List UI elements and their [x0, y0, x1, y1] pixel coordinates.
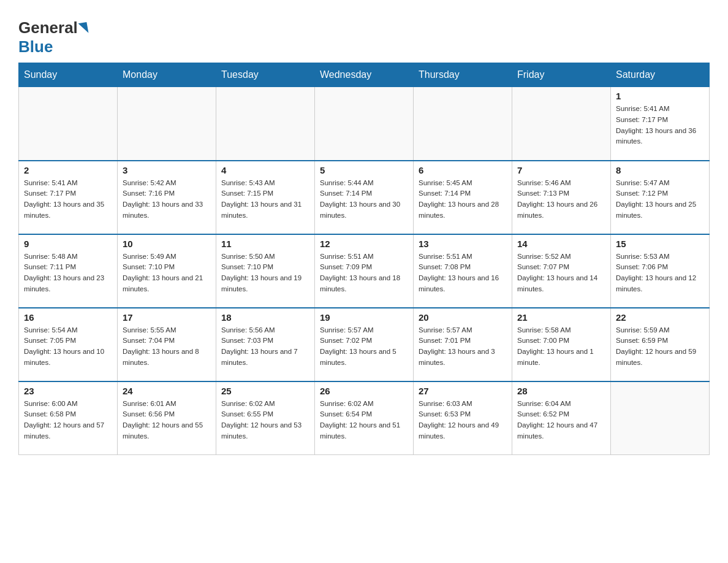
calendar-cell: 10Sunrise: 5:49 AMSunset: 7:10 PMDayligh… — [118, 234, 216, 308]
calendar-cell: 2Sunrise: 5:41 AMSunset: 7:17 PMDaylight… — [19, 161, 118, 234]
day-number: 2 — [24, 165, 112, 175]
calendar-cell: 23Sunrise: 6:00 AMSunset: 6:58 PMDayligh… — [19, 381, 118, 455]
logo-arrow-icon — [78, 21, 88, 34]
day-number: 19 — [320, 312, 408, 323]
page-header: General Blue — [18, 12, 710, 56]
column-header-thursday: Thursday — [414, 63, 512, 87]
calendar-cell: 28Sunrise: 6:04 AMSunset: 6:52 PMDayligh… — [512, 381, 611, 455]
calendar-cell: 26Sunrise: 6:02 AMSunset: 6:54 PMDayligh… — [315, 381, 414, 455]
calendar-cell: 19Sunrise: 5:57 AMSunset: 7:02 PMDayligh… — [315, 308, 414, 381]
day-info: Sunrise: 5:51 AMSunset: 7:08 PMDaylight:… — [419, 251, 507, 295]
day-info: Sunrise: 5:51 AMSunset: 7:09 PMDaylight:… — [320, 251, 408, 295]
calendar-cell — [414, 87, 512, 161]
day-info: Sunrise: 5:46 AMSunset: 7:13 PMDaylight:… — [517, 178, 605, 221]
day-number: 5 — [320, 165, 408, 175]
day-info: Sunrise: 5:50 AMSunset: 7:10 PMDaylight:… — [221, 251, 309, 295]
day-info: Sunrise: 5:56 AMSunset: 7:03 PMDaylight:… — [221, 325, 309, 369]
calendar-cell — [611, 381, 710, 455]
day-info: Sunrise: 5:58 AMSunset: 7:00 PMDaylight:… — [517, 325, 605, 369]
day-info: Sunrise: 5:44 AMSunset: 7:14 PMDaylight:… — [320, 178, 408, 221]
calendar-week-1: 1Sunrise: 5:41 AMSunset: 7:17 PMDaylight… — [19, 87, 710, 161]
day-info: Sunrise: 5:41 AMSunset: 7:17 PMDaylight:… — [616, 104, 704, 147]
day-info: Sunrise: 5:54 AMSunset: 7:05 PMDaylight:… — [24, 325, 112, 369]
day-number: 20 — [419, 312, 507, 323]
calendar-cell: 27Sunrise: 6:03 AMSunset: 6:53 PMDayligh… — [414, 381, 512, 455]
day-info: Sunrise: 5:57 AMSunset: 7:02 PMDaylight:… — [320, 325, 408, 369]
day-number: 8 — [616, 165, 704, 175]
column-header-wednesday: Wednesday — [315, 63, 414, 87]
column-header-monday: Monday — [118, 63, 216, 87]
calendar-cell: 24Sunrise: 6:01 AMSunset: 6:56 PMDayligh… — [118, 381, 216, 455]
logo: General Blue — [18, 18, 89, 56]
calendar-cell — [118, 87, 216, 161]
day-number: 13 — [419, 239, 507, 249]
day-number: 4 — [221, 165, 309, 175]
calendar-week-2: 2Sunrise: 5:41 AMSunset: 7:17 PMDaylight… — [19, 161, 710, 234]
day-number: 12 — [320, 239, 408, 249]
day-number: 10 — [123, 239, 211, 249]
calendar-cell: 11Sunrise: 5:50 AMSunset: 7:10 PMDayligh… — [216, 234, 315, 308]
calendar-cell: 21Sunrise: 5:58 AMSunset: 7:00 PMDayligh… — [512, 308, 611, 381]
day-info: Sunrise: 5:45 AMSunset: 7:14 PMDaylight:… — [419, 178, 507, 221]
calendar-week-5: 23Sunrise: 6:00 AMSunset: 6:58 PMDayligh… — [19, 381, 710, 455]
calendar-cell: 16Sunrise: 5:54 AMSunset: 7:05 PMDayligh… — [19, 308, 118, 381]
day-info: Sunrise: 5:42 AMSunset: 7:16 PMDaylight:… — [123, 178, 211, 221]
calendar-header-row: SundayMondayTuesdayWednesdayThursdayFrid… — [19, 63, 710, 87]
calendar-cell: 1Sunrise: 5:41 AMSunset: 7:17 PMDaylight… — [611, 87, 710, 161]
logo-general-text: General — [18, 18, 78, 37]
day-number: 14 — [517, 239, 605, 249]
calendar-cell: 6Sunrise: 5:45 AMSunset: 7:14 PMDaylight… — [414, 161, 512, 234]
day-number: 26 — [320, 386, 408, 396]
calendar-cell: 3Sunrise: 5:42 AMSunset: 7:16 PMDaylight… — [118, 161, 216, 234]
day-info: Sunrise: 5:59 AMSunset: 6:59 PMDaylight:… — [616, 325, 704, 369]
calendar-cell: 15Sunrise: 5:53 AMSunset: 7:06 PMDayligh… — [611, 234, 710, 308]
day-info: Sunrise: 6:02 AMSunset: 6:55 PMDaylight:… — [221, 399, 309, 442]
day-info: Sunrise: 6:00 AMSunset: 6:58 PMDaylight:… — [24, 399, 112, 442]
calendar-cell: 14Sunrise: 5:52 AMSunset: 7:07 PMDayligh… — [512, 234, 611, 308]
calendar-cell: 17Sunrise: 5:55 AMSunset: 7:04 PMDayligh… — [118, 308, 216, 381]
day-number: 11 — [221, 239, 309, 249]
day-number: 22 — [616, 312, 704, 323]
calendar-cell: 12Sunrise: 5:51 AMSunset: 7:09 PMDayligh… — [315, 234, 414, 308]
day-info: Sunrise: 5:57 AMSunset: 7:01 PMDaylight:… — [419, 325, 507, 369]
calendar-cell — [19, 87, 118, 161]
day-info: Sunrise: 5:47 AMSunset: 7:12 PMDaylight:… — [616, 178, 704, 221]
day-number: 24 — [123, 386, 211, 396]
calendar-cell: 18Sunrise: 5:56 AMSunset: 7:03 PMDayligh… — [216, 308, 315, 381]
calendar-cell: 25Sunrise: 6:02 AMSunset: 6:55 PMDayligh… — [216, 381, 315, 455]
day-number: 28 — [517, 386, 605, 396]
day-info: Sunrise: 5:52 AMSunset: 7:07 PMDaylight:… — [517, 251, 605, 295]
day-number: 23 — [24, 386, 112, 396]
day-info: Sunrise: 6:04 AMSunset: 6:52 PMDaylight:… — [517, 399, 605, 442]
calendar-cell: 22Sunrise: 5:59 AMSunset: 6:59 PMDayligh… — [611, 308, 710, 381]
day-number: 6 — [419, 165, 507, 175]
column-header-sunday: Sunday — [19, 63, 118, 87]
calendar-week-3: 9Sunrise: 5:48 AMSunset: 7:11 PMDaylight… — [19, 234, 710, 308]
day-info: Sunrise: 5:48 AMSunset: 7:11 PMDaylight:… — [24, 251, 112, 295]
calendar-cell: 20Sunrise: 5:57 AMSunset: 7:01 PMDayligh… — [414, 308, 512, 381]
day-number: 25 — [221, 386, 309, 396]
calendar-cell — [216, 87, 315, 161]
day-number: 18 — [221, 312, 309, 323]
day-info: Sunrise: 5:41 AMSunset: 7:17 PMDaylight:… — [24, 178, 112, 221]
column-header-friday: Friday — [512, 63, 611, 87]
day-info: Sunrise: 6:02 AMSunset: 6:54 PMDaylight:… — [320, 399, 408, 442]
calendar-cell — [315, 87, 414, 161]
day-info: Sunrise: 5:55 AMSunset: 7:04 PMDaylight:… — [123, 325, 211, 369]
day-number: 1 — [616, 91, 704, 101]
day-number: 7 — [517, 165, 605, 175]
calendar-cell: 8Sunrise: 5:47 AMSunset: 7:12 PMDaylight… — [611, 161, 710, 234]
day-number: 9 — [24, 239, 112, 249]
day-number: 21 — [517, 312, 605, 323]
calendar-cell: 4Sunrise: 5:43 AMSunset: 7:15 PMDaylight… — [216, 161, 315, 234]
day-info: Sunrise: 5:49 AMSunset: 7:10 PMDaylight:… — [123, 251, 211, 295]
calendar-cell: 7Sunrise: 5:46 AMSunset: 7:13 PMDaylight… — [512, 161, 611, 234]
column-header-saturday: Saturday — [611, 63, 710, 87]
calendar-week-4: 16Sunrise: 5:54 AMSunset: 7:05 PMDayligh… — [19, 308, 710, 381]
day-info: Sunrise: 5:43 AMSunset: 7:15 PMDaylight:… — [221, 178, 309, 221]
calendar-cell — [512, 87, 611, 161]
calendar-cell: 5Sunrise: 5:44 AMSunset: 7:14 PMDaylight… — [315, 161, 414, 234]
calendar-cell: 13Sunrise: 5:51 AMSunset: 7:08 PMDayligh… — [414, 234, 512, 308]
day-number: 16 — [24, 312, 112, 323]
calendar-cell: 9Sunrise: 5:48 AMSunset: 7:11 PMDaylight… — [19, 234, 118, 308]
